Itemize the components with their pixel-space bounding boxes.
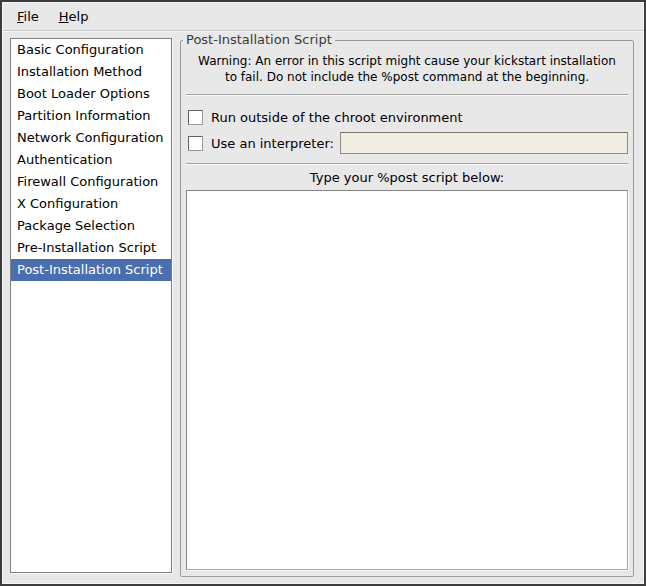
sidebar-item[interactable]: Firewall Configuration <box>11 171 171 193</box>
separator <box>186 163 628 165</box>
frame-title: Post-Installation Script <box>183 32 335 48</box>
menu-help-mnemonic: H <box>59 9 69 24</box>
sidebar-item[interactable]: Network Configuration <box>11 127 171 149</box>
menu-help[interactable]: Help <box>49 5 99 28</box>
section-list: Basic Configuration Installation Method … <box>10 38 172 573</box>
sidebar-item[interactable]: Basic Configuration <box>11 39 171 61</box>
warning-line-2: to fail. Do not include the %post comman… <box>186 69 628 85</box>
menu-help-label: elp <box>69 9 89 24</box>
sidebar-item[interactable]: Boot Loader Options <box>11 83 171 105</box>
post-installation-frame: Post-Installation Script Warning: An err… <box>180 40 634 577</box>
sidebar-item[interactable]: Package Selection <box>11 215 171 237</box>
sidebar-item[interactable]: Partition Information <box>11 105 171 127</box>
sidebar-item[interactable]: Pre-Installation Script <box>11 237 171 259</box>
menu-file-label: ile <box>24 9 39 24</box>
chroot-checkbox-row: Run outside of the chroot environment <box>186 105 628 129</box>
interpreter-input[interactable] <box>340 132 628 154</box>
interpreter-checkbox-label: Use an interpreter: <box>211 136 334 151</box>
sidebar-item[interactable]: Installation Method <box>11 61 171 83</box>
interpreter-checkbox[interactable] <box>188 136 203 151</box>
script-prompt-label: Type your %post script below: <box>186 170 628 185</box>
warning-text: Warning: An error in this script might c… <box>186 53 628 85</box>
sidebar-item[interactable]: X Configuration <box>11 193 171 215</box>
separator <box>186 94 628 96</box>
sidebar-item[interactable]: Post-Installation Script <box>11 259 171 281</box>
kickstart-configurator-window: File Help Basic Configuration Installati… <box>0 0 646 586</box>
warning-line-1: Warning: An error in this script might c… <box>186 53 628 69</box>
interpreter-checkbox-row: Use an interpreter: <box>186 131 628 155</box>
sidebar-item[interactable]: Authentication <box>11 149 171 171</box>
chroot-checkbox-label: Run outside of the chroot environment <box>211 110 463 125</box>
chroot-checkbox[interactable] <box>188 110 203 125</box>
menu-file[interactable]: File <box>7 5 49 28</box>
menu-bar: File Help <box>3 3 643 31</box>
post-script-textarea[interactable] <box>186 190 628 570</box>
